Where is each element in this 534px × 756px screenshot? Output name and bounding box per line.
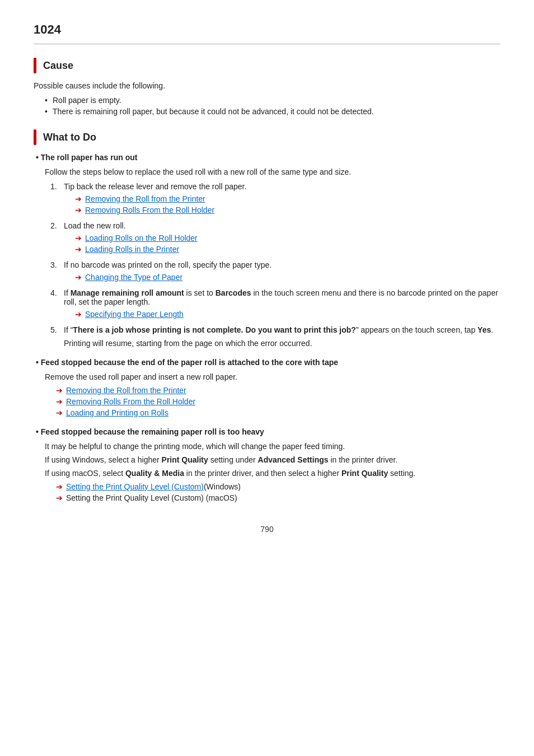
feed-stop-heavy-links: ➔ Setting the Print Quality Level (Custo… xyxy=(45,482,500,502)
link-loading-rolls-printer[interactable]: Loading Rolls in the Printer xyxy=(85,245,179,254)
cause-heading: Cause xyxy=(34,58,500,73)
step-3-text: If no barcode was printed on the roll, s… xyxy=(64,260,271,269)
arrow-icon-3: ➔ xyxy=(75,234,82,242)
feed-stop-tape-link-1: ➔ Removing the Roll from the Printer xyxy=(56,386,500,395)
feed-stop-tape-link-3: ➔ Loading and Printing on Rolls xyxy=(56,408,500,417)
arrow-icon-8: ➔ xyxy=(56,397,63,406)
cause-bullet-1: Roll paper is empty. xyxy=(45,96,500,105)
link-removing-roll-printer-2[interactable]: Removing the Roll from the Printer xyxy=(66,386,186,395)
page-number-bottom: 790 xyxy=(34,525,500,534)
cause-title: Cause xyxy=(43,60,73,72)
link-loading-rolls-holder[interactable]: Loading Rolls on the Roll Holder xyxy=(85,234,198,242)
feed-stop-tape-body: Remove the used roll paper and insert a … xyxy=(34,372,500,417)
arrow-icon-2: ➔ xyxy=(75,206,82,214)
feed-stop-heavy-para1: It may be helpful to change the printing… xyxy=(45,442,500,451)
step-4-links: ➔ Specifying the Paper Length xyxy=(64,310,500,319)
step-1: Tip back the release lever and remove th… xyxy=(50,182,500,214)
what-to-do-section: What to Do The roll paper has run out Fo… xyxy=(34,129,500,502)
arrow-icon-4: ➔ xyxy=(75,245,82,254)
step-5-note: Printing will resume, starting from the … xyxy=(64,339,500,348)
step-3-link-1: ➔ Changing the Type of Paper xyxy=(75,273,500,282)
subsection-roll-run-out: The roll paper has run out Follow the st… xyxy=(34,153,500,348)
step-4: If Manage remaining roll amount is set t… xyxy=(50,288,500,319)
feed-stop-heavy-body: It may be helpful to change the printing… xyxy=(34,442,500,502)
feed-stop-heavy-link-2: ➔ Setting the Print Quality Level (Custo… xyxy=(56,493,500,502)
cause-red-bar xyxy=(34,58,36,73)
step-5: If “There is a job whose printing is not… xyxy=(50,325,500,348)
step-1-links: ➔ Removing the Roll from the Printer ➔ R… xyxy=(64,194,500,214)
arrow-icon-9: ➔ xyxy=(56,408,63,417)
link-removing-roll-printer-1[interactable]: Removing the Roll from the Printer xyxy=(85,194,205,203)
step-1-link-1: ➔ Removing the Roll from the Printer xyxy=(75,194,500,203)
feed-stop-tape-link-2: ➔ Removing Rolls From the Roll Holder xyxy=(56,397,500,406)
link-print-quality-macos-text: Setting the Print Quality Level (Custom)… xyxy=(66,493,237,502)
arrow-icon-6: ➔ xyxy=(75,310,82,319)
cause-section: Cause Possible causes include the follow… xyxy=(34,58,500,116)
feed-stop-tape-links: ➔ Removing the Roll from the Printer ➔ R… xyxy=(45,386,500,417)
link-print-quality-windows[interactable]: Setting the Print Quality Level (Custom) xyxy=(66,482,204,491)
step-4-link-1: ➔ Specifying the Paper Length xyxy=(75,310,500,319)
feed-stop-heavy-title: Feed stopped because the remaining paper… xyxy=(34,427,500,436)
feed-stop-tape-title: Feed stopped because the end of the pape… xyxy=(34,358,500,367)
step-4-text: If Manage remaining roll amount is set t… xyxy=(64,288,498,306)
what-to-do-red-bar xyxy=(34,129,36,145)
subsection-feed-stop-heavy: Feed stopped because the remaining paper… xyxy=(34,427,500,502)
link-changing-paper-type[interactable]: Changing the Type of Paper xyxy=(85,273,182,282)
arrow-icon-11: ➔ xyxy=(56,493,63,502)
roll-run-out-title: The roll paper has run out xyxy=(34,153,500,162)
step-5-text: If “There is a job whose printing is not… xyxy=(64,325,493,334)
what-to-do-title: What to Do xyxy=(43,132,96,143)
cause-intro: Possible causes include the following. xyxy=(34,81,500,90)
step-1-text: Tip back the release lever and remove th… xyxy=(64,182,246,191)
feed-stop-tape-intro: Remove the used roll paper and insert a … xyxy=(45,372,500,381)
subsection-feed-stop-tape: Feed stopped because the end of the pape… xyxy=(34,358,500,417)
link-removing-rolls-holder-2[interactable]: Removing Rolls From the Roll Holder xyxy=(66,397,195,406)
link-loading-printing-rolls[interactable]: Loading and Printing on Rolls xyxy=(66,408,168,417)
link-print-quality-windows-suffix: (Windows) xyxy=(204,482,241,491)
page-number-top: 1024 xyxy=(34,22,500,44)
step-1-link-2: ➔ Removing Rolls From the Roll Holder xyxy=(75,206,500,214)
feed-stop-heavy-para2: If using Windows, select a higher Print … xyxy=(45,455,500,464)
feed-stop-heavy-link-1: ➔ Setting the Print Quality Level (Custo… xyxy=(56,482,500,491)
roll-run-out-intro: Follow the steps below to replace the us… xyxy=(45,167,500,176)
arrow-icon-10: ➔ xyxy=(56,482,63,491)
cause-bullet-2: There is remaining roll paper, but becau… xyxy=(45,107,500,116)
roll-run-out-body: Follow the steps below to replace the us… xyxy=(34,167,500,348)
step-2-text: Load the new roll. xyxy=(64,221,126,230)
step-3-links: ➔ Changing the Type of Paper xyxy=(64,273,500,282)
step-2: Load the new roll. ➔ Loading Rolls on th… xyxy=(50,221,500,254)
what-to-do-heading: What to Do xyxy=(34,129,500,145)
step-2-link-2: ➔ Loading Rolls in the Printer xyxy=(75,245,500,254)
step-2-links: ➔ Loading Rolls on the Roll Holder ➔ Loa… xyxy=(64,234,500,254)
step-3: If no barcode was printed on the roll, s… xyxy=(50,260,500,282)
link-removing-rolls-holder-1[interactable]: Removing Rolls From the Roll Holder xyxy=(85,206,214,214)
roll-run-out-steps: Tip back the release lever and remove th… xyxy=(45,182,500,348)
feed-stop-heavy-para3: If using macOS, select Quality & Media i… xyxy=(45,469,500,478)
arrow-icon-5: ➔ xyxy=(75,273,82,282)
link-specifying-paper-length[interactable]: Specifying the Paper Length xyxy=(85,310,184,319)
step-2-link-1: ➔ Loading Rolls on the Roll Holder xyxy=(75,234,500,242)
arrow-icon-7: ➔ xyxy=(56,386,63,395)
cause-bullet-list: Roll paper is empty. There is remaining … xyxy=(34,96,500,116)
arrow-icon-1: ➔ xyxy=(75,194,82,203)
